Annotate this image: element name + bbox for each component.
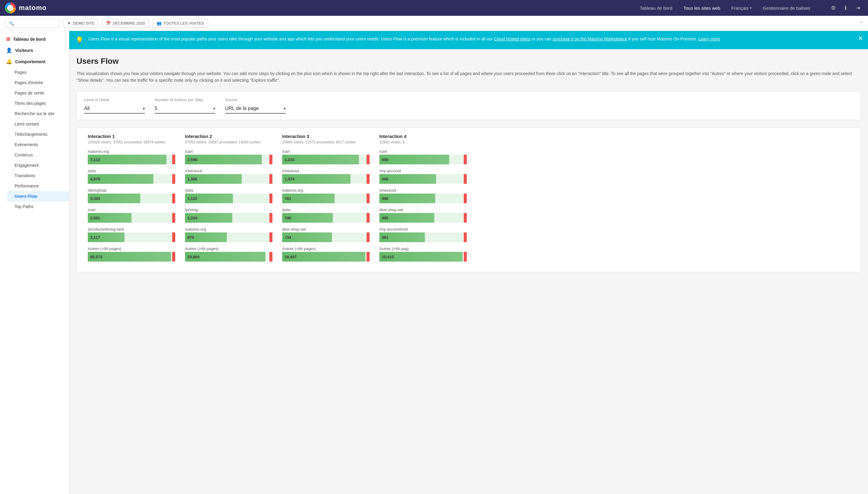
flow-node-1-4[interactable]: /cart 2,581 <box>88 208 175 223</box>
flow-node-label-2-5: matomo.org <box>185 227 272 231</box>
sidebar-item-engagement[interactable]: Engagement <box>7 160 69 170</box>
flow-bar-red-2-4 <box>270 213 272 223</box>
date-filter[interactable]: 📅 DÉCEMBRE 2020 <box>102 19 149 27</box>
sidebar-item-telechargements[interactable]: Téléchargements <box>7 129 69 139</box>
sidebar-item-titres-pages[interactable]: Titres des pages <box>7 98 69 109</box>
flow-bar-container-3-5: 734 <box>282 232 370 242</box>
flow-bar-value-3-1: 1,233 <box>284 157 295 162</box>
flow-node-2-2[interactable]: /checkout 1,386 <box>185 169 272 184</box>
visitors-icon: 👤 <box>6 48 12 53</box>
flow-bar-value-3-2: 1,074 <box>284 176 295 181</box>
flow-node-3-1[interactable]: /cart 1,233 <box>282 149 370 164</box>
nav-gestionnaire-de-balises[interactable]: Gestionnaire de balises <box>757 0 816 16</box>
sidebar-item-comportement[interactable]: 🔔 Comportement <box>0 56 69 67</box>
sidebar-item-contenus[interactable]: Contenus <box>7 150 69 160</box>
interaction-title-1[interactable]: Interaction 1 <box>88 134 175 139</box>
flow-node-label-4-2: /my-account <box>379 169 467 173</box>
flow-bar-container-4-6: 10,410 <box>379 252 467 262</box>
dashboard-icon: ⊞ <box>6 36 10 42</box>
flow-node-3-6[interactable]: Autres (>94 pages) 16,447 <box>282 246 370 262</box>
settings-icon[interactable]: ⚙ <box>828 2 839 13</box>
flow-bar-container-4-1: 698 <box>379 155 467 164</box>
flow-bar-value-4-1: 698 <box>382 157 389 162</box>
sidebar-item-evenements[interactable]: Evènements <box>7 139 69 150</box>
flow-node-label-4-5: /my-account/ord <box>379 227 467 231</box>
flow-node-2-6[interactable]: Autres (>94 pages) 29,864 <box>185 246 272 262</box>
nav-francais[interactable]: Français ▾ <box>726 0 757 16</box>
interaction-title-3[interactable]: Interaction 3 <box>282 134 370 139</box>
flow-node-1-6[interactable]: Autres (>94 pages) 85,574 <box>88 246 175 262</box>
main-layout: ⊞ Tableau de bord 👤 Visiteurs 🔔 Comporte… <box>0 31 868 494</box>
sidebar-item-visiteurs[interactable]: 👤 Visiteurs <box>0 45 69 56</box>
flow-bar-value-2-1: 2,598 <box>188 157 197 162</box>
flow-node-4-4[interactable]: dive-shop.net 495 <box>379 208 467 223</box>
sidebar-item-transitions[interactable]: Transitions <box>7 170 69 181</box>
flow-node-4-2[interactable]: /my-account 500 <box>379 169 467 184</box>
actions-per-step-select[interactable]: 5 ▾ <box>155 104 215 114</box>
flow-node-2-1[interactable]: /cart 2,598 <box>185 149 272 164</box>
flow-bar-red-4-2 <box>464 174 467 184</box>
flow-bar-value-4-2: 500 <box>382 176 389 181</box>
collapse-icon[interactable]: ⌃ <box>860 21 863 26</box>
flow-bar-value-1-4: 2,581 <box>90 215 100 220</box>
marketplace-link[interactable]: purchase it on the Matomo Marketplace <box>552 36 627 41</box>
flow-node-label-1-1: matomo.org <box>88 149 175 154</box>
sidebar-item-top-paths[interactable]: Top Paths <box>7 202 69 212</box>
info-icon[interactable]: ℹ <box>840 2 851 13</box>
flow-node-4-1[interactable]: /cart 698 <box>379 149 467 164</box>
behavior-icon: 🔔 <box>6 59 12 64</box>
user-icon[interactable]: ⇥ <box>852 2 863 13</box>
flow-bar-container-2-3: 1,122 <box>185 193 272 203</box>
flow-bar-container-2-4: 1,104 <box>185 213 272 223</box>
flow-bar-red-3-2 <box>367 174 370 184</box>
sidebar-item-pages[interactable]: Pages <box>7 67 69 77</box>
flow-bar-container-2-2: 1,386 <box>185 174 272 184</box>
flow-node-1-2[interactable]: /jobs 4,879 <box>88 169 175 184</box>
banner-close-button[interactable]: ✕ <box>858 35 863 42</box>
flow-bar-value-2-4: 1,104 <box>188 215 197 220</box>
subheader: 🔍 ▼ DEMO SITE 📅 DÉCEMBRE 2020 👥 TOUTES L… <box>0 16 868 31</box>
source-label: Source <box>225 97 286 102</box>
flow-node-3-4[interactable]: /jobs 740 <box>282 208 370 223</box>
flow-node-4-3[interactable]: /checkout 496 <box>379 188 467 203</box>
learn-more-link[interactable]: Learn more <box>698 36 720 41</box>
nav-tous-les-sites-web[interactable]: Tous les sites web <box>678 0 726 16</box>
sidebar-item-users-flow[interactable]: Users Flow <box>7 191 69 202</box>
flow-node-3-2[interactable]: /checkout 1,074 <box>282 169 370 184</box>
flow-node-1-3[interactable]: /diving/bali 3,363 <box>88 188 175 203</box>
flow-node-3-3[interactable]: matomo.org 761 <box>282 188 370 203</box>
sidebar-item-pages-entree[interactable]: Pages d'entrée <box>7 77 69 88</box>
flow-node-2-5[interactable]: matomo.org 979 <box>185 227 272 242</box>
sidebar-item-recherche[interactable]: Recherche sur le site <box>7 109 69 119</box>
logo[interactable]: matomo <box>5 2 47 13</box>
nav-tableau-de-bord[interactable]: Tableau de bord <box>634 0 678 16</box>
flow-node-label-2-4: /pricing <box>185 208 272 212</box>
flow-node-1-1[interactable]: matomo.org 7,112 <box>88 149 175 164</box>
flow-node-4-5[interactable]: /my-account/ord 381 <box>379 227 467 242</box>
source-select[interactable]: URL de la page ▾ <box>225 104 286 114</box>
search-box[interactable]: 🔍 <box>5 19 60 28</box>
sidebar-item-liens-sortant[interactable]: Liens sortant <box>7 119 69 129</box>
flow-container: Interaction 1 105626 visites, 37052 proc… <box>77 127 861 272</box>
filter-arrow-icon: ▼ <box>67 21 71 25</box>
visits-filter[interactable]: 👥 TOUTES LES VISITES <box>153 19 208 27</box>
flow-node-label-2-3: /jobs <box>185 188 272 193</box>
flow-node-2-4[interactable]: /pricing 1,104 <box>185 208 272 223</box>
interaction-title-2[interactable]: Interaction 2 <box>185 134 272 139</box>
flow-node-1-5[interactable]: /products/diving-tank 2,117 <box>88 227 175 242</box>
flow-bar-red-3-1 <box>367 155 370 164</box>
sidebar-item-performance[interactable]: Performance <box>7 181 69 191</box>
flow-bar-value-1-1: 7,112 <box>90 157 100 162</box>
sidebar-item-tableau-de-bord[interactable]: ⊞ Tableau de bord <box>0 33 69 45</box>
demo-site-filter[interactable]: ▼ DEMO SITE <box>63 19 98 27</box>
flow-node-2-3[interactable]: /jobs 1,122 <box>185 188 272 203</box>
flow-bar-container-1-3: 3,363 <box>88 193 175 203</box>
cloud-plans-link[interactable]: Cloud hosted plans <box>494 36 530 41</box>
level-of-detail-select[interactable]: All ▾ <box>84 104 145 114</box>
sidebar-item-pages-sortie[interactable]: Pages de sortie <box>7 88 69 98</box>
actions-per-step-label: Number of Actions per Step <box>155 97 215 102</box>
interaction-title-4[interactable]: Interaction 4 <box>379 134 467 139</box>
flow-node-3-5[interactable]: dive-shop.net 734 <box>282 227 370 242</box>
flow-node-4-6[interactable]: Autres (>94 pag) 10,410 <box>379 246 467 262</box>
info-banner: 💡 Users Flow is a visual representation … <box>69 31 868 49</box>
